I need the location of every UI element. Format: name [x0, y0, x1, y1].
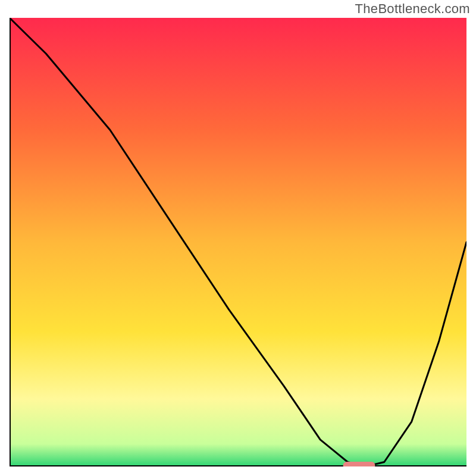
plot-area: [10, 18, 466, 466]
gradient-background: [10, 18, 466, 466]
chart-svg: [10, 18, 466, 466]
watermark-text: TheBottleneck.com: [355, 1, 470, 17]
chart-container: TheBottleneck.com: [0, 0, 476, 476]
optimal-range-marker: [343, 462, 375, 466]
